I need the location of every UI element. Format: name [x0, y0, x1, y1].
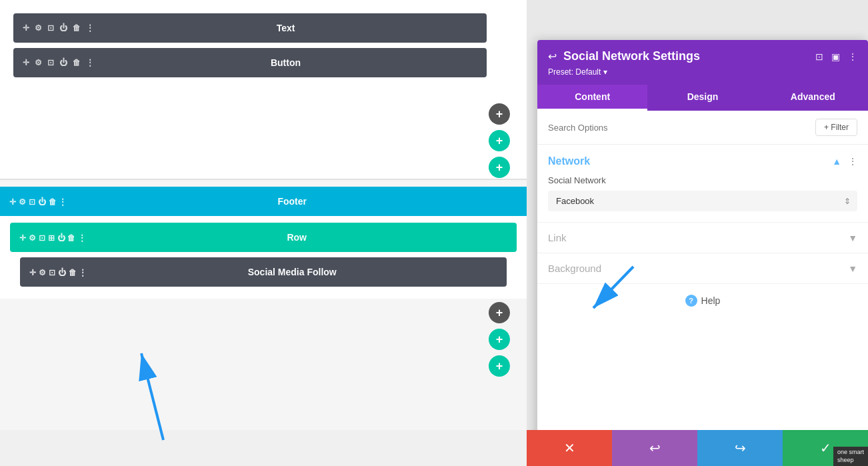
add-teal-1[interactable]: +	[489, 130, 510, 151]
settings-title: Social Network Settings	[563, 49, 809, 63]
toggle-icon-2[interactable]: ⏻	[59, 58, 67, 67]
settings-icon[interactable]: ⚙	[35, 23, 42, 33]
duplicate-icon[interactable]: ⊡	[47, 23, 54, 33]
toggle-icon[interactable]: ⏻	[59, 23, 67, 33]
network-section: Network ▲ ⋮ Social Network Facebook Twit…	[537, 145, 868, 223]
button-module-bar: ✛ ⚙ ⊡ ⏻ 🗑 ⋮ Button	[13, 48, 487, 77]
tab-content[interactable]: Content	[537, 85, 647, 111]
social-duplicate-icon[interactable]: ⊡	[49, 268, 55, 277]
watermark: one smart sheep	[833, 447, 868, 466]
social-more-icon[interactable]: ⋮	[79, 268, 87, 277]
settings-icon-2[interactable]: ⚙	[35, 58, 42, 67]
settings-title-icons: ⊡ ▣ ⋮	[815, 51, 857, 62]
social-settings-icon[interactable]: ⚙	[39, 268, 46, 277]
row-grid-icon[interactable]: ⊞	[48, 233, 55, 243]
add-buttons-bottom: + + +	[489, 302, 510, 377]
network-dots[interactable]: ⋮	[848, 156, 857, 167]
text-module-bar: ✛ ⚙ ⊡ ⏻ 🗑 ⋮ Text	[13, 13, 487, 43]
footer-bar: ✛ ⚙ ⊡ ⏻ 🗑 ⋮ Footer	[0, 187, 527, 216]
undo-button[interactable]: ↩	[612, 430, 697, 466]
link-chevron-icon: ▼	[848, 233, 857, 243]
social-media-bar: ✛ ⚙ ⊡ ⏻ 🗑 ⋮ Social Media Follow	[20, 257, 507, 287]
background-section[interactable]: Background ▼	[537, 253, 868, 284]
move-icon-2[interactable]: ✛	[23, 58, 29, 67]
back-button[interactable]: ↩	[548, 50, 557, 63]
button-bar-label: Button	[94, 57, 477, 68]
text-bar-icons: ✛ ⚙ ⊡ ⏻ 🗑 ⋮	[23, 23, 94, 33]
footer-settings-icon[interactable]: ⚙	[19, 197, 26, 207]
settings-more-icon[interactable]: ⋮	[848, 51, 857, 62]
footer-bar-icons: ✛ ⚙ ⊡ ⏻ 🗑 ⋮	[9, 196, 67, 207]
background-chevron-icon: ▼	[848, 263, 857, 274]
network-heading: Network	[548, 155, 590, 167]
footer-more-icon[interactable]: ⋮	[59, 197, 67, 207]
expand-icon[interactable]: ⊡	[815, 51, 823, 62]
social-network-select[interactable]: Facebook Twitter Instagram LinkedIn YouT…	[548, 191, 857, 211]
row-bar-label: Row	[86, 232, 507, 243]
background-label: Background	[548, 263, 601, 274]
social-network-select-wrapper: Facebook Twitter Instagram LinkedIn YouT…	[548, 191, 857, 211]
more-icon-2[interactable]: ⋮	[86, 58, 94, 67]
add-teal-3[interactable]: +	[489, 329, 510, 350]
duplicate-icon-2[interactable]: ⊡	[47, 58, 54, 67]
row-duplicate-icon[interactable]: ⊡	[39, 233, 45, 243]
footer-toggle-icon[interactable]: ⏻	[38, 197, 46, 207]
link-label: Link	[548, 232, 567, 243]
footer-section: ✛ ⚙ ⊡ ⏻ 🗑 ⋮ Footer ✛ ⚙ ⊡ ⊞ ⏻ 🗑 ⋮	[0, 180, 527, 430]
network-controls: ▲ ⋮	[832, 156, 857, 167]
help-label: Help	[701, 295, 721, 306]
row-more-icon[interactable]: ⋮	[78, 233, 86, 243]
delete-icon[interactable]: 🗑	[73, 23, 81, 33]
settings-body: + Filter Network ▲ ⋮ Social Network Face…	[537, 111, 868, 453]
search-options-input[interactable]	[548, 123, 809, 133]
row-settings-icon[interactable]: ⚙	[29, 233, 36, 243]
footer-duplicate-icon[interactable]: ⊡	[29, 197, 35, 207]
social-delete-icon[interactable]: 🗑	[69, 268, 77, 277]
settings-panel: ↩ Social Network Settings ⊡ ▣ ⋮ Preset: …	[537, 40, 868, 453]
social-media-bar-label: Social Media Follow	[87, 267, 497, 277]
action-bar: ✕ ↩ ↪ ✓	[527, 430, 868, 466]
social-toggle-icon[interactable]: ⏻	[58, 268, 66, 277]
cancel-button[interactable]: ✕	[527, 430, 612, 466]
text-bar-label: Text	[94, 23, 477, 33]
delete-icon-2[interactable]: 🗑	[73, 58, 81, 67]
social-bar-icons: ✛ ⚙ ⊡ ⏻ 🗑 ⋮	[29, 267, 87, 277]
settings-title-row: ↩ Social Network Settings ⊡ ▣ ⋮	[548, 49, 857, 63]
add-teal-4[interactable]: +	[489, 355, 510, 377]
add-teal-2[interactable]: +	[489, 157, 510, 178]
builder-area: ✛ ⚙ ⊡ ⏻ 🗑 ⋮ Text ✛ ⚙ ⊡ ⏻ 🗑 ⋮ Button +	[0, 0, 527, 466]
help-row[interactable]: ? Help	[537, 284, 868, 317]
footer-move-icon[interactable]: ✛	[9, 197, 16, 207]
row-toggle-icon[interactable]: ⏻	[57, 233, 65, 243]
add-gray-1[interactable]: +	[489, 103, 510, 125]
network-collapse-icon[interactable]: ▲	[832, 156, 841, 167]
settings-tabs: Content Design Advanced	[537, 85, 868, 111]
row-bar-icons: ✛ ⚙ ⊡ ⊞ ⏻ 🗑 ⋮	[19, 232, 86, 243]
preset-row[interactable]: Preset: Default ▾	[548, 67, 857, 77]
layout-icon[interactable]: ▣	[831, 51, 840, 62]
add-gray-2[interactable]: +	[489, 302, 510, 323]
redo-button[interactable]: ↪	[697, 430, 783, 466]
network-heading-row: Network ▲ ⋮	[548, 155, 857, 167]
footer-inner: ✛ ⚙ ⊡ ⊞ ⏻ 🗑 ⋮ Row ✛ ⚙ ⊡ ⏻ 🗑 ⋮	[0, 216, 527, 299]
footer-delete-icon[interactable]: 🗑	[49, 197, 57, 207]
move-icon[interactable]: ✛	[23, 23, 29, 33]
button-bar-icons: ✛ ⚙ ⊡ ⏻ 🗑 ⋮	[23, 58, 94, 67]
tab-advanced[interactable]: Advanced	[758, 85, 868, 111]
tab-design[interactable]: Design	[647, 85, 757, 111]
footer-bar-label: Footer	[67, 196, 517, 207]
filter-button[interactable]: + Filter	[815, 119, 857, 136]
add-buttons-top: + + +	[489, 103, 510, 178]
row-delete-icon[interactable]: 🗑	[67, 233, 75, 243]
social-network-label: Social Network	[548, 175, 857, 185]
row-move-icon[interactable]: ✛	[19, 233, 26, 243]
link-section[interactable]: Link ▼	[537, 223, 868, 253]
more-icon[interactable]: ⋮	[86, 23, 94, 33]
search-filter-row: + Filter	[537, 111, 868, 145]
social-move-icon[interactable]: ✛	[29, 268, 36, 277]
settings-header: ↩ Social Network Settings ⊡ ▣ ⋮ Preset: …	[537, 40, 868, 85]
help-icon: ?	[685, 295, 697, 307]
row-bar: ✛ ⚙ ⊡ ⊞ ⏻ 🗑 ⋮ Row	[10, 223, 517, 252]
